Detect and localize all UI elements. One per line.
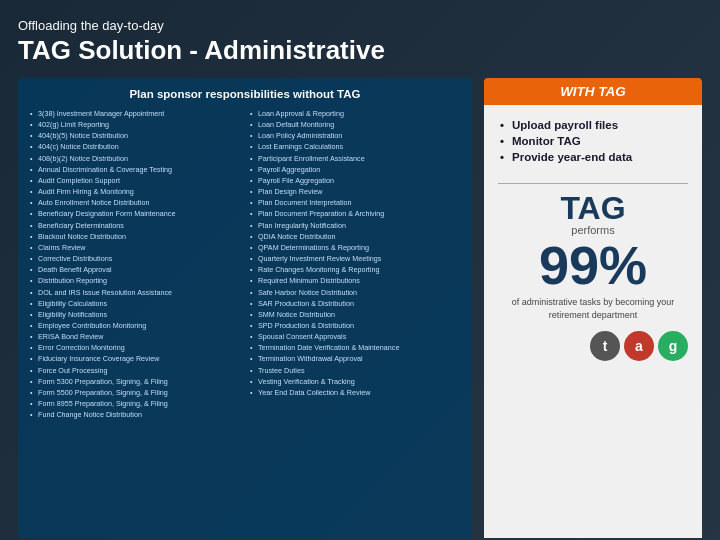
bullet-item: Year End Data Collection & Review: [250, 387, 460, 398]
bullet-item: 408(b)(2) Notice Distribution: [30, 153, 240, 164]
bullet-item: 402(g) Limit Reporting: [30, 119, 240, 130]
percent-big: 99%: [498, 238, 688, 292]
with-tag-header: WITH TAG: [484, 78, 702, 105]
bullet-columns: 3(38) Investment Manager Appointment402(…: [30, 108, 460, 420]
bullet-item: Lost Earnings Calculations: [250, 141, 460, 152]
bullet-item: Loan Policy Administration: [250, 130, 460, 141]
bullet-item: Claims Review: [30, 242, 240, 253]
logo-t-circle: t: [590, 331, 620, 361]
left-panel-heading: Plan sponsor responsibilities without TA…: [30, 88, 460, 100]
bullet-item: Form 5500 Preparation, Signing, & Filing: [30, 387, 240, 398]
bullet-column-2: Loan Approval & ReportingLoan Default Mo…: [250, 108, 460, 420]
bullet-item: Form 8955 Preparation, Signing, & Filing: [30, 398, 240, 409]
header-subtitle: Offloading the day-to-day: [18, 18, 702, 33]
with-tag-list: Upload payroll filesMonitor TAGProvide y…: [498, 117, 688, 165]
logo-g-circle: g: [658, 331, 688, 361]
bullet-item: Plan Document Preparation & Archiving: [250, 208, 460, 219]
admin-tasks-text: of administrative tasks by becoming your…: [498, 296, 688, 321]
divider: [498, 183, 688, 184]
left-panel: Plan sponsor responsibilities without TA…: [18, 78, 472, 538]
bullet-item: Form 5300 Preparation, Signing, & Filing: [30, 376, 240, 387]
with-tag-body: Upload payroll filesMonitor TAGProvide y…: [484, 105, 702, 538]
bullet-item: Beneficiary Determinations: [30, 220, 240, 231]
bullet-item: SPD Production & Distribution: [250, 320, 460, 331]
bullet-item: Death Benefit Approval: [30, 264, 240, 275]
tag-word: TAG: [498, 192, 688, 224]
bullet-item: Termination Date Verification & Maintena…: [250, 342, 460, 353]
header-title: TAG Solution - Administrative: [18, 35, 702, 66]
bullet-item: Loan Default Monitoring: [250, 119, 460, 130]
bullet-item: Audit Firm Hiring & Monitoring: [30, 186, 240, 197]
bullet-item: Rate Changes Monitoring & Reporting: [250, 264, 460, 275]
bullet-item: Loan Approval & Reporting: [250, 108, 460, 119]
bullet-item: SAR Production & Distribution: [250, 298, 460, 309]
bullet-item: Trustee Duties: [250, 365, 460, 376]
bullet-item: 404(b)(5) Notice Distribution: [30, 130, 240, 141]
bullet-item: Corrective Distributions: [30, 253, 240, 264]
bullet-item: Payroll File Aggregation: [250, 175, 460, 186]
bullet-item: Quarterly Investment Review Meetings: [250, 253, 460, 264]
bullet-item: Fiduciary Insurance Coverage Review: [30, 353, 240, 364]
bullet-item: Termination Withdrawal Approval: [250, 353, 460, 364]
bullet-item: Distribution Reporting: [30, 275, 240, 286]
with-tag-list-item: Provide year-end data: [498, 149, 688, 165]
with-tag-list-item: Monitor TAG: [498, 133, 688, 149]
bullet-item: Auto Enrollment Notice Distribution: [30, 197, 240, 208]
bullet-item: Annual Discrimination & Coverage Testing: [30, 164, 240, 175]
bullet-item: Fund Change Notice Distribution: [30, 409, 240, 420]
bullet-item: Required Minimum Distributions: [250, 275, 460, 286]
bullet-item: Payroll Aggregation: [250, 164, 460, 175]
bullet-item: Employee Contribution Monitoring: [30, 320, 240, 331]
bullet-item: Vesting Verification & Tracking: [250, 376, 460, 387]
bullet-column-1: 3(38) Investment Manager Appointment402(…: [30, 108, 240, 420]
bullet-item: QPAM Determinations & Reporting: [250, 242, 460, 253]
content-wrapper: Offloading the day-to-day TAG Solution -…: [0, 0, 720, 540]
bullet-item: 404(c) Notice Distribution: [30, 141, 240, 152]
bullet-item: Safe Harbor Notice Distribution: [250, 287, 460, 298]
bullet-item: Force Out Processing: [30, 365, 240, 376]
bullet-item: Plan Document Interpretation: [250, 197, 460, 208]
bullet-item: Beneficiary Designation Form Maintenance: [30, 208, 240, 219]
bullet-item: Error Correction Monitoring: [30, 342, 240, 353]
bullet-item: Spousal Consent Approvals: [250, 331, 460, 342]
bullet-item: Audit Completion Support: [30, 175, 240, 186]
bullet-item: Eligibility Calculations: [30, 298, 240, 309]
bullet-item: DOL and IRS Issue Resolution Assistance: [30, 287, 240, 298]
with-tag-list-item: Upload payroll files: [498, 117, 688, 133]
bullet-item: 3(38) Investment Manager Appointment: [30, 108, 240, 119]
right-panel: WITH TAG Upload payroll filesMonitor TAG…: [484, 78, 702, 538]
bullet-item: Eligibility Notifications: [30, 309, 240, 320]
bullet-item: ERISA Bond Review: [30, 331, 240, 342]
bullet-item: Blackout Notice Distribution: [30, 231, 240, 242]
main-row: Plan sponsor responsibilities without TA…: [18, 78, 702, 538]
bullet-item: Plan Irregularity Notification: [250, 220, 460, 231]
tag-performs-section: TAG performs 99% of administrative tasks…: [498, 192, 688, 321]
bullet-item: Plan Design Review: [250, 186, 460, 197]
bullet-item: Participant Enrollment Assistance: [250, 153, 460, 164]
bullet-item: SMM Notice Distribution: [250, 309, 460, 320]
bullet-item: QDIA Notice Distribution: [250, 231, 460, 242]
logo-a-circle: a: [624, 331, 654, 361]
logo-row: t a g: [498, 331, 688, 361]
